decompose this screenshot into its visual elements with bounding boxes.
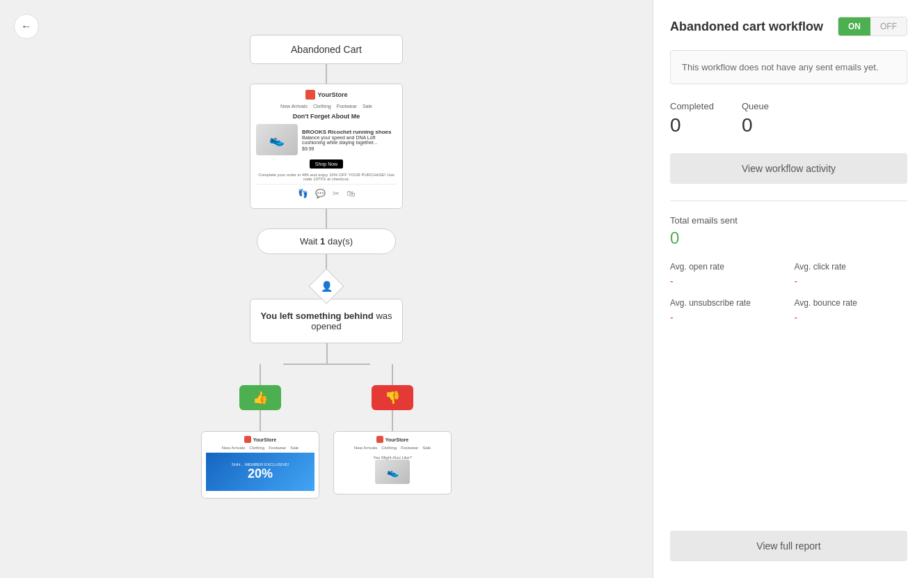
panel-title: Abandoned cart workflow (670, 19, 823, 34)
ep-product: 👟 BROOKS Ricochet running shoes Balance … (256, 124, 397, 155)
ep-icons: 👣 💬 ✂ 🛍 (256, 184, 397, 203)
thumbs-up-button[interactable]: 👍 (239, 385, 281, 410)
store-name: YourStore (318, 91, 348, 98)
avg-bounce-rate-value: - (795, 312, 908, 323)
email-preview-node[interactable]: YourStore New Arrivals Clothing Footwear… (250, 84, 403, 209)
branch-yes: 👍 YourStore New Arrivals Clothing Footwe… (218, 364, 302, 499)
mini-email-right[interactable]: YourStore New Arrivals Clothing Footwear… (333, 431, 452, 494)
product-desc: Balance your speed and DNA Loft cushioni… (302, 135, 397, 145)
flow-container: Abandoned Cart YourStore New Arrivals Cl… (205, 35, 448, 499)
avg-open-rate-label: Avg. open rate (670, 262, 783, 272)
view-full-report-button[interactable]: View full report (670, 531, 907, 561)
total-emails-value: 0 (670, 228, 907, 248)
ep-icon-foot: 👣 (298, 189, 308, 198)
wait-node[interactable]: Wait 1 day(s) (257, 228, 396, 254)
completed-value: 0 (670, 114, 714, 136)
rates-grid: Avg. open rate - Avg. click rate - Avg. … (670, 262, 907, 323)
person-icon: 👤 (321, 281, 333, 292)
avg-unsub-rate-value: - (670, 312, 783, 323)
ep-icon-chat: 💬 (315, 189, 326, 198)
info-box: This workflow does not have any sent ema… (670, 50, 907, 84)
abandoned-cart-node: Abandoned Cart (250, 35, 403, 64)
avg-open-rate: Avg. open rate - (670, 262, 783, 287)
toggle-on-button[interactable]: ON (838, 17, 870, 36)
info-message: This workflow does not have any sent ema… (682, 62, 879, 72)
mini-store-left: YourStore (253, 437, 276, 442)
might-also-like-text: You Might Also Like? (341, 455, 444, 460)
stats-row: Completed 0 Queue 0 (670, 101, 907, 136)
connector-line (326, 64, 327, 84)
view-activity-button[interactable]: View workflow activity (670, 153, 907, 184)
mini-logo-right (376, 436, 383, 443)
ep-icon-bag: 🛍 (346, 189, 355, 198)
branch-no: 👎 YourStore New Arrivals Clothing Footwe… (351, 364, 434, 499)
workflow-canvas: ← Abandoned Cart YourStore New Arrivals … (0, 0, 653, 578)
thumbs-up-icon: 👍 (253, 390, 268, 405)
mini-logo-left (244, 436, 251, 443)
ep-nav: New Arrivals Clothing Footwear Sale (256, 104, 397, 109)
right-panel: Abandoned cart workflow ON OFF This work… (653, 0, 924, 578)
shop-now-btn: Shop Now (310, 159, 343, 169)
completed-stat: Completed 0 (670, 101, 714, 136)
avg-click-rate-label: Avg. click rate (795, 262, 908, 272)
avg-unsub-rate-label: Avg. unsubscribe rate (670, 298, 783, 308)
divider (670, 201, 907, 201)
toggle-group: ON OFF (838, 17, 907, 36)
queue-stat: Queue 0 (742, 101, 769, 136)
mini-shoe-icon: 👟 (375, 460, 410, 484)
avg-bounce-rate-label: Avg. bounce rate (795, 298, 908, 308)
condition-bold-text: You left something behind (261, 311, 374, 321)
product-price: $9.99 (302, 146, 397, 151)
product-name: BROOKS Ricochet running shoes (302, 129, 397, 135)
shoe-image: 👟 (256, 124, 298, 155)
back-button[interactable]: ← (14, 14, 39, 39)
avg-unsub-rate: Avg. unsubscribe rate - (670, 298, 783, 323)
mini-store-right: YourStore (385, 437, 408, 442)
connector-line-2 (326, 209, 327, 228)
queue-value: 0 (742, 114, 769, 136)
ep-footer-text: Complete your order in 48h and enjoy 10%… (256, 173, 397, 181)
branch-connector (239, 343, 413, 364)
toggle-off-button[interactable]: OFF (870, 17, 907, 36)
panel-header: Abandoned cart workflow ON OFF (670, 17, 907, 36)
thumbs-down-icon: 👎 (385, 390, 400, 405)
thumbs-down-button[interactable]: 👎 (372, 385, 413, 410)
mini-email-left[interactable]: YourStore New Arrivals Clothing Footwear… (201, 431, 319, 499)
condition-node[interactable]: You left something behind was opened (250, 299, 403, 343)
branch-area: 👍 YourStore New Arrivals Clothing Footwe… (205, 364, 448, 499)
store-logo-icon (305, 90, 315, 100)
avg-click-rate: Avg. click rate - (795, 262, 908, 287)
mini-blue-banner: SHH... MEMBER EXCLUSIVE! 20% (206, 453, 314, 491)
avg-click-rate-value: - (795, 276, 908, 287)
completed-label: Completed (670, 101, 714, 111)
back-arrow-icon: ← (21, 20, 32, 33)
queue-label: Queue (742, 101, 769, 111)
total-emails-label: Total emails sent (670, 215, 907, 226)
ep-title: Don't Forget About Me (256, 113, 397, 120)
avg-bounce-rate: Avg. bounce rate - (795, 298, 908, 323)
ep-icon-scissors: ✂ (333, 189, 340, 198)
condition-diamond: 👤 (314, 274, 339, 299)
avg-open-rate-value: - (670, 276, 783, 287)
